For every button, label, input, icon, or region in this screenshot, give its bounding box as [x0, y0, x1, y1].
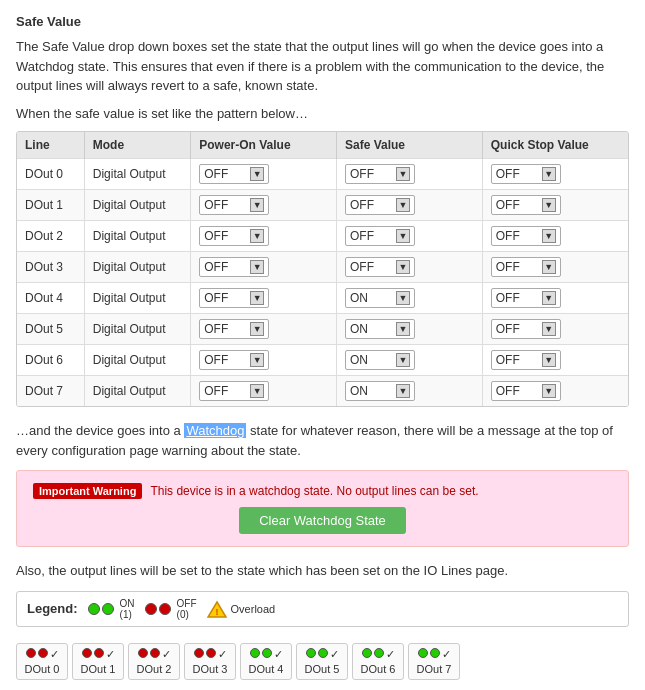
cell-quick[interactable]: OFF▼: [482, 159, 628, 190]
led-green: [306, 648, 316, 658]
quick-select[interactable]: OFF▼: [491, 288, 561, 308]
cell-power[interactable]: OFF▼: [191, 376, 337, 407]
quick-select[interactable]: OFF▼: [491, 257, 561, 277]
cell-power[interactable]: OFF▼: [191, 283, 337, 314]
dropdown-arrow-icon[interactable]: ▼: [396, 291, 410, 305]
quick-select[interactable]: OFF▼: [491, 164, 561, 184]
dropdown-arrow-icon[interactable]: ▼: [396, 260, 410, 274]
dropdown-arrow-icon[interactable]: ▼: [396, 353, 410, 367]
power-select[interactable]: OFF▼: [199, 319, 269, 339]
quick-select[interactable]: OFF▼: [491, 381, 561, 401]
power-select[interactable]: OFF▼: [199, 257, 269, 277]
dropdown-arrow-icon[interactable]: ▼: [542, 353, 556, 367]
dropdown-arrow-icon[interactable]: ▼: [250, 260, 264, 274]
dropdown-arrow-icon[interactable]: ▼: [250, 198, 264, 212]
cell-safe[interactable]: OFF▼: [337, 159, 483, 190]
cell-line: DOut 7: [17, 376, 84, 407]
col-header-safe-value: Safe Value: [337, 132, 483, 159]
power-select[interactable]: OFF▼: [199, 195, 269, 215]
safe-select[interactable]: OFF▼: [345, 257, 415, 277]
safe-select[interactable]: ON▼: [345, 319, 415, 339]
dout-leds: ✓: [418, 648, 451, 661]
watchdog-link[interactable]: Watchdog: [184, 423, 246, 438]
cell-safe[interactable]: ON▼: [337, 314, 483, 345]
warning-top: Important Warning This device is in a wa…: [33, 483, 479, 499]
cell-safe[interactable]: ON▼: [337, 376, 483, 407]
cell-power[interactable]: OFF▼: [191, 159, 337, 190]
cell-power[interactable]: OFF▼: [191, 190, 337, 221]
cell-safe[interactable]: ON▼: [337, 345, 483, 376]
cell-quick[interactable]: OFF▼: [482, 314, 628, 345]
dropdown-arrow-icon[interactable]: ▼: [250, 322, 264, 336]
dropdown-arrow-icon[interactable]: ▼: [542, 229, 556, 243]
legend-box: Legend: ON (1) OFF (0) ! Overload: [16, 591, 629, 627]
clear-watchdog-button[interactable]: Clear Watchdog State: [239, 507, 406, 534]
mid-paragraph: …and the device goes into a Watchdog sta…: [16, 421, 629, 460]
dropdown-arrow-icon[interactable]: ▼: [396, 322, 410, 336]
safe-select[interactable]: OFF▼: [345, 164, 415, 184]
dout-leds: ✓: [26, 648, 59, 661]
dropdown-arrow-icon[interactable]: ▼: [542, 198, 556, 212]
dout-leds: ✓: [82, 648, 115, 661]
dropdown-arrow-icon[interactable]: ▼: [542, 167, 556, 181]
cell-power[interactable]: OFF▼: [191, 314, 337, 345]
cell-safe[interactable]: OFF▼: [337, 190, 483, 221]
quick-select[interactable]: OFF▼: [491, 226, 561, 246]
dropdown-arrow-icon[interactable]: ▼: [250, 353, 264, 367]
led-red: [150, 648, 160, 658]
dout-leds: ✓: [306, 648, 339, 661]
quick-select[interactable]: OFF▼: [491, 195, 561, 215]
legend-overload-label: Overload: [231, 603, 276, 615]
cell-power[interactable]: OFF▼: [191, 345, 337, 376]
cell-power[interactable]: OFF▼: [191, 221, 337, 252]
cell-safe[interactable]: OFF▼: [337, 252, 483, 283]
cell-quick[interactable]: OFF▼: [482, 221, 628, 252]
table-row: DOut 1Digital OutputOFF▼OFF▼OFF▼: [17, 190, 628, 221]
cell-line: DOut 0: [17, 159, 84, 190]
power-select[interactable]: OFF▼: [199, 350, 269, 370]
dropdown-arrow-icon[interactable]: ▼: [542, 384, 556, 398]
power-select[interactable]: OFF▼: [199, 164, 269, 184]
cell-safe[interactable]: ON▼: [337, 283, 483, 314]
dout-cell: ✓DOut 7: [408, 643, 460, 680]
cell-quick[interactable]: OFF▼: [482, 190, 628, 221]
col-header-quick-stop-value: Quick Stop Value: [482, 132, 628, 159]
safe-select[interactable]: OFF▼: [345, 195, 415, 215]
quick-select[interactable]: OFF▼: [491, 319, 561, 339]
safe-select[interactable]: OFF▼: [345, 226, 415, 246]
cell-quick[interactable]: OFF▼: [482, 283, 628, 314]
cell-mode: Digital Output: [84, 345, 191, 376]
power-select[interactable]: OFF▼: [199, 226, 269, 246]
dout-cell: ✓DOut 6: [352, 643, 404, 680]
cell-line: DOut 4: [17, 283, 84, 314]
safe-select[interactable]: ON▼: [345, 350, 415, 370]
cell-safe[interactable]: OFF▼: [337, 221, 483, 252]
dropdown-arrow-icon[interactable]: ▼: [250, 167, 264, 181]
led-red: [138, 648, 148, 658]
svg-text:!: !: [215, 607, 218, 617]
dropdown-arrow-icon[interactable]: ▼: [542, 260, 556, 274]
cell-power[interactable]: OFF▼: [191, 252, 337, 283]
dropdown-arrow-icon[interactable]: ▼: [396, 167, 410, 181]
dout-check: ✓: [274, 648, 283, 661]
dropdown-arrow-icon[interactable]: ▼: [542, 322, 556, 336]
dropdown-arrow-icon[interactable]: ▼: [250, 384, 264, 398]
dropdown-arrow-icon[interactable]: ▼: [542, 291, 556, 305]
table-row: DOut 2Digital OutputOFF▼OFF▼OFF▼: [17, 221, 628, 252]
col-header-mode: Mode: [84, 132, 191, 159]
cell-quick[interactable]: OFF▼: [482, 252, 628, 283]
cell-quick[interactable]: OFF▼: [482, 345, 628, 376]
dropdown-arrow-icon[interactable]: ▼: [250, 229, 264, 243]
dropdown-arrow-icon[interactable]: ▼: [396, 198, 410, 212]
quick-select[interactable]: OFF▼: [491, 350, 561, 370]
power-select[interactable]: OFF▼: [199, 381, 269, 401]
mid-text-before: …and the device goes into a: [16, 423, 184, 438]
dropdown-arrow-icon[interactable]: ▼: [396, 229, 410, 243]
safe-select[interactable]: ON▼: [345, 288, 415, 308]
cell-quick[interactable]: OFF▼: [482, 376, 628, 407]
power-select[interactable]: OFF▼: [199, 288, 269, 308]
safe-select[interactable]: ON▼: [345, 381, 415, 401]
dropdown-arrow-icon[interactable]: ▼: [396, 384, 410, 398]
dout-leds: ✓: [138, 648, 171, 661]
dropdown-arrow-icon[interactable]: ▼: [250, 291, 264, 305]
